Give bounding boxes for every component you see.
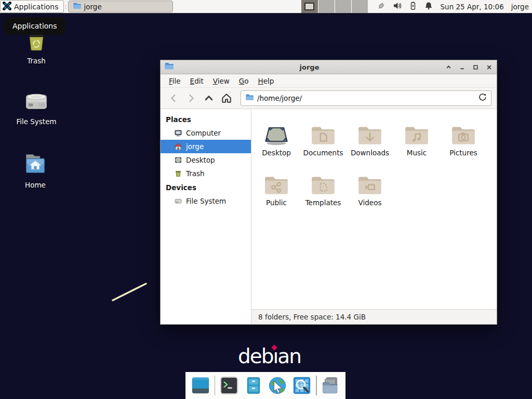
- task-folder-icon: [73, 2, 81, 11]
- documents-folder-icon: [310, 116, 336, 147]
- videos-folder-icon: [357, 166, 383, 196]
- folder-videos[interactable]: Videos: [347, 166, 393, 216]
- file-manager-window: jorge File Edit View Go Help: [160, 60, 497, 325]
- desktop-special-icon: [263, 116, 290, 147]
- menu-file[interactable]: File: [165, 75, 185, 87]
- menu-help[interactable]: Help: [254, 75, 278, 87]
- devices-header: Devices: [161, 180, 251, 194]
- up-button[interactable]: [201, 90, 217, 106]
- applications-menu-button[interactable]: Applications: [0, 0, 64, 13]
- side-pane: Places Computer jorge: [161, 109, 251, 324]
- folder-label: Downloads: [351, 149, 389, 157]
- menu-go[interactable]: Go: [235, 75, 253, 87]
- application-finder-icon[interactable]: [291, 375, 312, 396]
- folder-label: Pictures: [449, 149, 477, 157]
- notifications-bell-icon[interactable]: [424, 1, 433, 12]
- web-browser-icon[interactable]: [268, 375, 288, 396]
- volume-icon[interactable]: [393, 1, 402, 12]
- desktop-icon-home[interactable]: Home: [7, 152, 64, 189]
- system-tray: [368, 0, 438, 13]
- close-button[interactable]: [486, 64, 492, 70]
- sidebar-item-jorge[interactable]: jorge: [161, 140, 251, 153]
- sidebar-item-label: Computer: [186, 129, 221, 137]
- files-view: Desktop Documents: [251, 109, 497, 324]
- folder-desktop[interactable]: Desktop: [253, 116, 300, 166]
- terminal-icon[interactable]: [219, 375, 240, 396]
- directory-menu-icon[interactable]: [321, 375, 341, 396]
- music-folder-icon: [404, 116, 430, 147]
- folder-label: Public: [266, 198, 287, 207]
- window-titlebar[interactable]: jorge: [161, 60, 497, 74]
- sidebar-item-desktop[interactable]: Desktop: [161, 153, 251, 167]
- folder-label: Music: [407, 149, 427, 157]
- icon-grid: Desktop Documents: [251, 109, 497, 309]
- folder-label: Documents: [303, 149, 343, 157]
- menu-view[interactable]: View: [209, 75, 234, 87]
- folder-pictures[interactable]: Pictures: [440, 116, 487, 166]
- hard-drive-icon: [23, 89, 49, 113]
- menu-bar: File Edit View Go Help: [161, 74, 497, 88]
- applications-tooltip: Applications: [4, 17, 65, 35]
- window-body: Places Computer jorge: [161, 109, 497, 324]
- maximize-button[interactable]: [472, 64, 478, 70]
- top-panel: Applications ⋮ jorge: [0, 0, 532, 14]
- sidebar-item-file-system[interactable]: File System: [161, 194, 251, 208]
- pictures-folder-icon: [450, 116, 476, 147]
- folder-public[interactable]: Public: [253, 166, 300, 216]
- shade-button[interactable]: [445, 64, 451, 70]
- bottom-dock: [185, 372, 345, 399]
- places-header: Places: [161, 112, 251, 126]
- back-button[interactable]: [166, 90, 181, 106]
- pathbar-folder-icon: [245, 93, 254, 103]
- panel-clock[interactable]: Sun 25 Apr, 10:06: [441, 0, 504, 13]
- toolbar: /home/jorge/: [161, 88, 497, 109]
- folder-templates[interactable]: Templates: [300, 166, 347, 216]
- desktop-icon-label: Home: [7, 181, 64, 189]
- workspace-switcher[interactable]: [301, 0, 368, 13]
- workspace-2[interactable]: [318, 0, 335, 13]
- clock-user-gap: [504, 0, 511, 13]
- workspace-3[interactable]: [335, 0, 351, 13]
- window-title: jorge: [174, 63, 445, 71]
- path-bar[interactable]: /home/jorge/: [241, 90, 491, 106]
- workspace-4[interactable]: [351, 0, 368, 13]
- reload-icon[interactable]: [478, 93, 487, 103]
- wallpaper-scribble-line: [111, 281, 148, 303]
- sidebar-item-trash[interactable]: Trash: [161, 167, 251, 180]
- dock-separator: [316, 376, 317, 395]
- folder-downloads[interactable]: Downloads: [347, 116, 393, 166]
- desktop-icon: [174, 156, 182, 164]
- taskbar-window-label: jorge: [84, 3, 102, 11]
- panel-user-label[interactable]: jorge: [511, 0, 532, 13]
- folder-label: Desktop: [262, 149, 291, 157]
- folder-label: Videos: [358, 198, 382, 207]
- hard-drive-icon: [174, 197, 182, 205]
- workspace-1[interactable]: [301, 0, 318, 13]
- sidebar-item-label: jorge: [186, 142, 204, 151]
- folder-music[interactable]: Music: [393, 116, 440, 166]
- home-icon: [174, 142, 182, 151]
- tasklist-handle: ⋮: [64, 0, 68, 13]
- show-desktop-icon[interactable]: [190, 375, 211, 396]
- downloads-folder-icon: [357, 116, 383, 147]
- folder-documents[interactable]: Documents: [300, 116, 347, 166]
- battery-charging-icon[interactable]: [408, 1, 418, 12]
- applications-menu-label: Applications: [14, 3, 59, 11]
- taskbar-window-button[interactable]: jorge: [68, 1, 173, 12]
- home-button[interactable]: [219, 90, 234, 106]
- address-field[interactable]: /home/jorge/: [257, 94, 475, 102]
- trash-icon: [174, 169, 182, 178]
- xfce-applications-icon: [3, 2, 11, 12]
- status-text: 8 folders, Free space: 14.4 GiB: [258, 313, 366, 321]
- file-manager-icon[interactable]: [243, 375, 264, 396]
- forward-button[interactable]: [183, 90, 199, 106]
- sidebar-item-computer[interactable]: Computer: [161, 126, 251, 140]
- menu-edit[interactable]: Edit: [186, 75, 208, 87]
- sidebar-item-label: File System: [186, 197, 226, 205]
- desktop-icon-label: File System: [8, 117, 65, 126]
- minimize-button[interactable]: [459, 64, 465, 70]
- desktop-icon-file-system[interactable]: File System: [8, 89, 65, 126]
- public-folder-icon: [263, 166, 289, 196]
- window-folder-icon: [164, 61, 174, 73]
- power-plug-icon[interactable]: [376, 1, 387, 13]
